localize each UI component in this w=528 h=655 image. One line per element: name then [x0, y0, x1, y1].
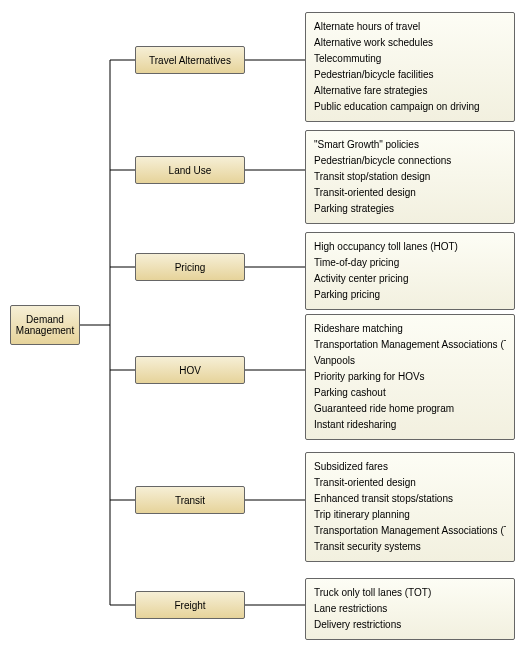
list-item: Time-of-day pricing: [314, 255, 506, 271]
list-item: Priority parking for HOVs: [314, 369, 506, 385]
list-item: Transportation Management Associations (…: [314, 523, 506, 539]
category-label: Land Use: [169, 165, 212, 176]
list-item: Enhanced transit stops/stations: [314, 491, 506, 507]
category-label: Travel Alternatives: [149, 55, 231, 66]
category-node-freight: Freight: [135, 591, 245, 619]
list-item: Alternate hours of travel: [314, 19, 506, 35]
category-label: Transit: [175, 495, 205, 506]
category-label: Pricing: [175, 262, 206, 273]
list-item: Public education campaign on driving: [314, 99, 506, 115]
items-box-land-use: "Smart Growth" policiesPedestrian/bicycl…: [305, 130, 515, 224]
list-item: Guaranteed ride home program: [314, 401, 506, 417]
category-node-land-use: Land Use: [135, 156, 245, 184]
items-box-freight: Truck only toll lanes (TOT)Lane restrict…: [305, 578, 515, 640]
list-item: Parking pricing: [314, 287, 506, 303]
list-item: Vanpools: [314, 353, 506, 369]
list-item: Transit-oriented design: [314, 185, 506, 201]
list-item: Transportation Management Associations (…: [314, 337, 506, 353]
list-item: Activity center pricing: [314, 271, 506, 287]
category-node-hov: HOV: [135, 356, 245, 384]
category-label: HOV: [179, 365, 201, 376]
list-item: Transit-oriented design: [314, 475, 506, 491]
category-node-pricing: Pricing: [135, 253, 245, 281]
category-node-travel-alternatives: Travel Alternatives: [135, 46, 245, 74]
list-item: Parking cashout: [314, 385, 506, 401]
list-item: High occupancy toll lanes (HOT): [314, 239, 506, 255]
items-box-transit: Subsidized faresTransit-oriented designE…: [305, 452, 515, 562]
list-item: Transit security systems: [314, 539, 506, 555]
items-box-travel-alternatives: Alternate hours of travelAlternative wor…: [305, 12, 515, 122]
category-label: Freight: [174, 600, 205, 611]
list-item: Lane restrictions: [314, 601, 506, 617]
list-item: Rideshare matching: [314, 321, 506, 337]
items-box-pricing: High occupancy toll lanes (HOT)Time-of-d…: [305, 232, 515, 310]
list-item: Transit stop/station design: [314, 169, 506, 185]
list-item: Pedestrian/bicycle facilities: [314, 67, 506, 83]
list-item: Instant ridesharing: [314, 417, 506, 433]
list-item: Pedestrian/bicycle connections: [314, 153, 506, 169]
list-item: Alternative fare strategies: [314, 83, 506, 99]
list-item: "Smart Growth" policies: [314, 137, 506, 153]
list-item: Truck only toll lanes (TOT): [314, 585, 506, 601]
root-node: Demand Management: [10, 305, 80, 345]
list-item: Parking strategies: [314, 201, 506, 217]
root-label: Demand Management: [13, 314, 77, 336]
list-item: Trip itinerary planning: [314, 507, 506, 523]
list-item: Telecommuting: [314, 51, 506, 67]
list-item: Delivery restrictions: [314, 617, 506, 633]
list-item: Alternative work schedules: [314, 35, 506, 51]
items-box-hov: Rideshare matchingTransportation Managem…: [305, 314, 515, 440]
list-item: Subsidized fares: [314, 459, 506, 475]
category-node-transit: Transit: [135, 486, 245, 514]
